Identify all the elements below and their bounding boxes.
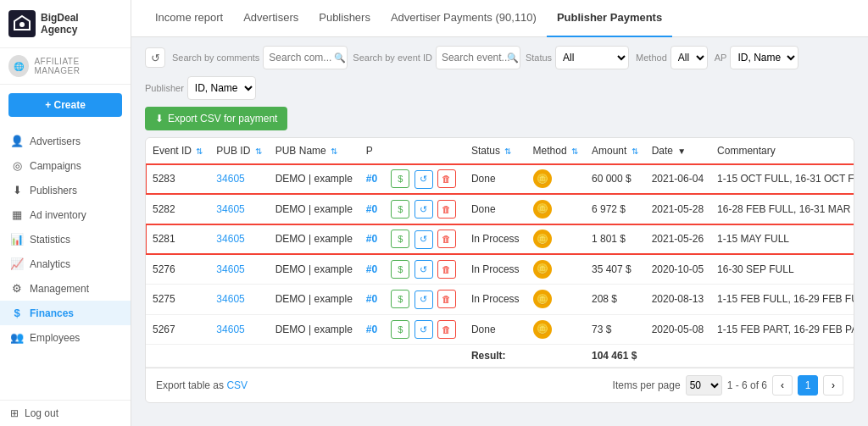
col-date[interactable]: Date ▼ (645, 138, 710, 164)
col-method[interactable]: Method ⇅ (526, 138, 585, 164)
dollar-action-button[interactable]: $ (391, 169, 409, 188)
cell-pub-id[interactable]: 34605 (209, 194, 268, 224)
prev-page-button[interactable]: ‹ (772, 375, 793, 396)
cell-pub-name: DEMO | example (269, 194, 359, 224)
delete-action-button[interactable]: 🗑 (437, 230, 456, 248)
col-amount[interactable]: Amount ⇅ (585, 138, 645, 164)
cell-pub-id[interactable]: 34605 (209, 254, 268, 285)
search-event-group: Search by event ID 🔍 (353, 46, 519, 69)
ap-select[interactable]: ID, Name (730, 46, 798, 69)
cell-event-id: 5281 (146, 224, 209, 255)
tab-publisher-payments[interactable]: Publisher Payments (547, 0, 672, 37)
publisher-select[interactable]: ID, Name (187, 76, 256, 100)
result-row: Result: 104 461 $ (146, 345, 854, 368)
dollar-action-button[interactable]: $ (391, 290, 409, 308)
sidebar-item-employees[interactable]: 👥 Employees (0, 325, 131, 350)
sidebar-item-campaigns[interactable]: ◎ Campaigns (0, 153, 131, 178)
col-pub-name[interactable]: PUB Name ⇅ (269, 138, 359, 164)
logout-button[interactable]: ⊞ Log out (0, 400, 131, 426)
tab-publishers[interactable]: Publishers (309, 0, 381, 37)
cell-commentary: 1-15 FEB FULL, 16-29 FEB FULL, 1-15 JU..… (710, 285, 854, 315)
sidebar-item-analytics[interactable]: 📈 Analytics (0, 252, 131, 276)
refresh-button[interactable]: ↺ (145, 47, 165, 68)
cell-pub-id[interactable]: 34605 (209, 314, 268, 345)
cell-method: 🪙 (526, 254, 585, 285)
col-status[interactable]: Status ⇅ (465, 138, 526, 164)
cell-method: 🪙 (526, 164, 585, 195)
dollar-action-button[interactable]: $ (391, 320, 409, 339)
export-csv-link[interactable]: CSV (226, 379, 248, 391)
tab-advertiser-payments[interactable]: Advertiser Payments (90,110) (381, 0, 547, 37)
cell-method: 🪙 (526, 224, 585, 255)
ap-label: AP (715, 53, 727, 63)
delete-action-button[interactable]: 🗑 (437, 200, 456, 219)
dollar-action-button[interactable]: $ (391, 230, 409, 248)
cell-pub-name: DEMO | example (269, 164, 359, 195)
cell-method: 🪙 (526, 285, 585, 315)
refresh-action-button[interactable]: ↺ (415, 200, 433, 219)
cell-status: Done (465, 314, 526, 345)
cell-date: 2021-05-26 (645, 224, 710, 255)
sidebar-nav: 👤 Advertisers ◎ Campaigns ⬇ Publishers ▦… (0, 125, 131, 400)
table-row: 5282 34605 DEMO | example #0 $ ↺ 🗑 Done … (146, 194, 854, 224)
cell-amount: 208 $ (585, 285, 645, 315)
sidebar: BigDealAgency 🌐 AFFILIATE MANAGER + Crea… (0, 0, 131, 426)
cell-p: #0 (359, 224, 384, 255)
delete-action-button[interactable]: 🗑 (437, 320, 456, 339)
campaigns-icon: ◎ (10, 159, 24, 172)
cell-event-id: 5283 (146, 164, 209, 195)
cell-pub-id[interactable]: 34605 (209, 224, 268, 255)
cell-amount: 1 801 $ (585, 224, 645, 255)
cell-commentary: 1-15 OCT FULL, 16-31 OCT FULL, 1-15 N... (710, 164, 854, 195)
refresh-action-button[interactable]: ↺ (415, 290, 433, 309)
cell-amount: 60 000 $ (585, 164, 645, 195)
refresh-action-button[interactable]: ↺ (415, 230, 433, 249)
cell-actions: $ ↺ 🗑 (384, 164, 465, 195)
logout-icon: ⊞ (10, 407, 19, 419)
cell-method: 🪙 (526, 314, 585, 345)
sidebar-item-ad-inventory[interactable]: ▦ Ad inventory (0, 202, 131, 227)
publishers-icon: ⬇ (10, 184, 24, 196)
delete-action-button[interactable]: 🗑 (437, 169, 456, 188)
sidebar-item-finances[interactable]: $ Finances (0, 301, 131, 325)
status-select[interactable]: All Done In Process (555, 46, 629, 69)
method-label: Method (636, 53, 667, 63)
refresh-action-button[interactable]: ↺ (415, 260, 433, 279)
logo-icon (8, 10, 36, 37)
affiliate-bar: 🌐 AFFILIATE MANAGER (0, 48, 131, 85)
sidebar-item-publishers[interactable]: ⬇ Publishers (0, 178, 131, 202)
affiliate-label: AFFILIATE MANAGER (34, 57, 122, 75)
table-row: 5281 34605 DEMO | example #0 $ ↺ 🗑 In Pr… (146, 224, 854, 255)
items-per-page-select[interactable]: 50 100 (686, 375, 722, 396)
delete-action-button[interactable]: 🗑 (437, 260, 456, 279)
top-nav: Income report Advertisers Publishers Adv… (131, 0, 868, 37)
method-select[interactable]: All (670, 46, 708, 69)
tab-advertisers[interactable]: Advertisers (233, 0, 309, 37)
refresh-action-button[interactable]: ↺ (415, 320, 433, 339)
col-pub-id[interactable]: PUB ID ⇅ (209, 138, 268, 164)
col-event-id[interactable]: Event ID ⇅ (146, 138, 209, 164)
sidebar-item-management[interactable]: ⚙ Management (0, 276, 131, 301)
current-page-button[interactable]: 1 (798, 375, 818, 396)
cell-date: 2020-05-08 (645, 314, 710, 345)
search-comments-icon: 🔍 (334, 53, 346, 64)
next-page-button[interactable]: › (823, 375, 843, 396)
sidebar-item-statistics[interactable]: 📊 Statistics (0, 227, 131, 252)
cell-commentary: 1-15 FEB PART, 16-29 FEB PART (710, 314, 854, 345)
tab-income-report[interactable]: Income report (145, 0, 233, 37)
cell-pub-name: DEMO | example (269, 254, 359, 285)
method-filter-group: Method All (636, 46, 708, 69)
refresh-action-button[interactable]: ↺ (415, 170, 433, 189)
cell-event-id: 5275 (146, 285, 209, 315)
dollar-action-button[interactable]: $ (391, 260, 409, 279)
cell-commentary: 1-15 MAY FULL (710, 224, 854, 255)
export-csv-button[interactable]: ⬇ Export CSV for payment (145, 107, 287, 130)
create-button[interactable]: + Create (8, 93, 122, 117)
table-row: 5275 34605 DEMO | example #0 $ ↺ 🗑 In Pr… (146, 285, 854, 315)
cell-pub-name: DEMO | example (269, 285, 359, 315)
delete-action-button[interactable]: 🗑 (437, 290, 456, 308)
cell-pub-id[interactable]: 34605 (209, 285, 268, 315)
cell-pub-id[interactable]: 34605 (209, 164, 268, 195)
dollar-action-button[interactable]: $ (391, 200, 409, 219)
sidebar-item-advertisers[interactable]: 👤 Advertisers (0, 129, 131, 153)
